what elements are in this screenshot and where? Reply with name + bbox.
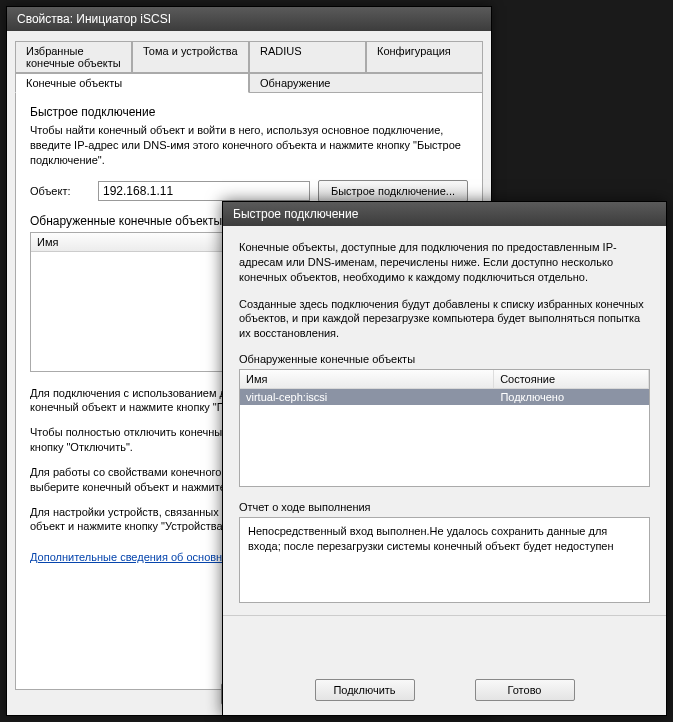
- tab-favorites[interactable]: Избранные конечные объекты: [15, 41, 132, 73]
- modal-title: Быстрое подключение: [233, 207, 358, 221]
- quick-connect-description: Чтобы найти конечный объект и войти в не…: [30, 123, 468, 168]
- tab-strip: Избранные конечные объекты Тома и устрой…: [15, 41, 483, 93]
- modal-para1: Конечные объекты, доступные для подключе…: [239, 240, 650, 285]
- modal-list-header: Имя Состояние: [240, 370, 649, 389]
- cell-status: Подключено: [494, 389, 649, 405]
- quick-connect-button[interactable]: Быстрое подключение...: [318, 180, 468, 202]
- report-text: Непосредственный вход выполнен.Не удалос…: [248, 525, 614, 552]
- target-input[interactable]: [98, 181, 310, 201]
- separator: [223, 615, 666, 616]
- tab-volumes[interactable]: Тома и устройства: [132, 41, 249, 73]
- cell-name: virtual-ceph:iscsi: [240, 389, 494, 405]
- quick-connect-dialog: Быстрое подключение Конечные объекты, до…: [222, 201, 667, 716]
- tab-configuration[interactable]: Конфигурация: [366, 41, 483, 73]
- target-label: Объект:: [30, 185, 90, 197]
- connect-button[interactable]: Подключить: [315, 679, 415, 701]
- report-heading: Отчет о ходе выполнения: [239, 501, 650, 513]
- modal-titlebar[interactable]: Быстрое подключение: [223, 202, 666, 226]
- modal-body: Конечные объекты, доступные для подключе…: [223, 226, 666, 715]
- modal-button-bar: Подключить Готово: [223, 679, 666, 701]
- tab-radius[interactable]: RADIUS: [249, 41, 366, 73]
- main-window-title: Свойства: Инициатор iSCSI: [17, 12, 171, 26]
- quick-connect-heading: Быстрое подключение: [30, 105, 468, 119]
- table-row[interactable]: virtual-ceph:iscsi Подключено: [240, 389, 649, 405]
- modal-discovered-heading: Обнаруженные конечные объекты: [239, 353, 650, 365]
- quick-connect-row: Объект: Быстрое подключение...: [30, 180, 468, 202]
- main-window-titlebar[interactable]: Свойства: Инициатор iSCSI: [7, 7, 491, 31]
- tab-discovery[interactable]: Обнаружение: [249, 73, 483, 93]
- modal-para2: Созданные здесь подключения будут добавл…: [239, 297, 650, 342]
- col-header-name[interactable]: Имя: [240, 370, 494, 388]
- modal-targets-list[interactable]: Имя Состояние virtual-ceph:iscsi Подключ…: [239, 369, 650, 487]
- tab-targets[interactable]: Конечные объекты: [15, 73, 249, 93]
- report-textbox: Непосредственный вход выполнен.Не удалос…: [239, 517, 650, 603]
- done-button[interactable]: Готово: [475, 679, 575, 701]
- col-header-status[interactable]: Состояние: [494, 370, 649, 388]
